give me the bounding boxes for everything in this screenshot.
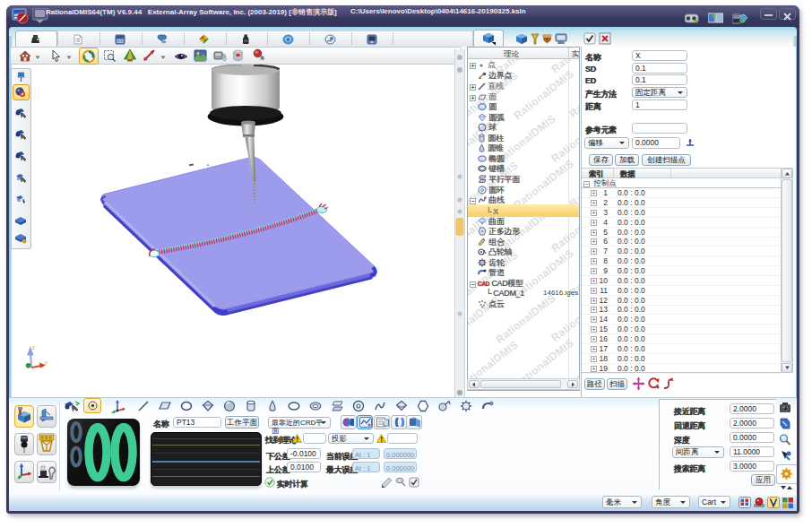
svg-text:x: x [44, 359, 48, 367]
svg-text:z: z [32, 343, 36, 351]
